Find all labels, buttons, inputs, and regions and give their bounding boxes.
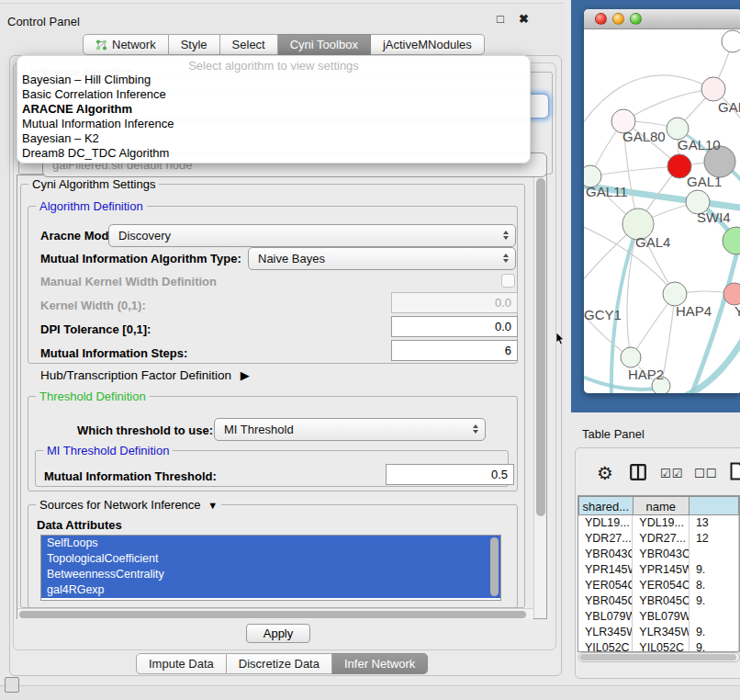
table-cell: [690, 609, 739, 625]
mi-steps-label: Mutual Information Steps:: [40, 346, 187, 360]
table-cell: 9.: [690, 562, 739, 578]
column-header-name[interactable]: name: [633, 496, 690, 515]
table-row[interactable]: YBL079WYBL079W: [578, 609, 739, 625]
minimize-traffic-light-icon[interactable]: [612, 13, 624, 25]
table-cell: YPR145W: [633, 562, 690, 578]
sources-group-title: Sources for Network Inference ▼: [36, 498, 221, 512]
dpi-tolerance-input[interactable]: [391, 316, 518, 337]
table-row[interactable]: YDL19...YDL19...13: [578, 515, 739, 531]
network-node[interactable]: [723, 227, 740, 254]
network-node[interactable]: [722, 30, 740, 52]
algorithm-option-aracne-algorithm[interactable]: ARACNE Algorithm: [17, 102, 530, 117]
kernel-width-input[interactable]: [391, 292, 518, 313]
attribute-item-topologicalcoefficient[interactable]: TopologicalCoefficient: [41, 551, 500, 567]
tab-style[interactable]: Style: [169, 34, 220, 55]
node-label: GAL10: [678, 137, 721, 152]
column-header-2[interactable]: [690, 496, 739, 515]
table-cell: YDL19...: [633, 515, 690, 531]
mi-threshold-label: Mutual Information Threshold:: [44, 469, 217, 483]
mi-steps-input[interactable]: [391, 340, 518, 361]
table-cell: YLR345W: [633, 625, 690, 640]
algorithm-popup-list: Bayesian – Hill ClimbingBasic Correlatio…: [17, 73, 530, 161]
network-node-gal[interactable]: [701, 77, 725, 101]
threshold-definition-title: Threshold Definition: [36, 390, 150, 403]
mi-threshold-input[interactable]: [386, 464, 514, 485]
split-columns-icon[interactable]: [630, 464, 646, 480]
table-cell: YER054C: [633, 578, 690, 593]
algorithm-option-basic-correlation-inference[interactable]: Basic Correlation Inference: [17, 87, 530, 102]
node-label: GAL80: [622, 129, 666, 144]
table-cell: YDR27...: [578, 531, 633, 547]
network-window-titlebar[interactable]: [584, 9, 740, 29]
select-all-columns-icon[interactable]: ☑☑: [660, 467, 683, 480]
table-horizontal-scrollbar[interactable]: [578, 652, 740, 662]
tab-impute-data[interactable]: Impute Data: [136, 653, 227, 674]
table-cell: YBR045C: [578, 593, 633, 609]
tab-label: Select: [232, 38, 265, 51]
tab-label: Impute Data: [149, 657, 214, 671]
manual-kernel-width-checkbox[interactable]: [501, 274, 515, 288]
which-threshold-combo[interactable]: MI Threshold: [214, 418, 486, 441]
hub-definition-expander[interactable]: Hub/Transcription Factor Definition ▶: [40, 368, 250, 382]
attributes-list-scrollbar[interactable]: [490, 537, 499, 596]
data-attributes-list[interactable]: SelfLoopsTopologicalCoefficientBetweenne…: [40, 535, 501, 601]
table-row[interactable]: YIL052CYIL052C9.: [578, 640, 739, 652]
network-canvas[interactable]: GALGAL80GAL10GAL1GAL11SWI4GAL4GCY1HAP4YH…: [584, 29, 740, 393]
table-row[interactable]: YBR043CYBR043C: [578, 547, 739, 562]
export-table-icon[interactable]: [730, 462, 740, 480]
settings-vertical-scrollbar-thumb[interactable]: [536, 178, 545, 516]
tab-network[interactable]: Network: [83, 34, 169, 55]
tab-cyni-toolbox[interactable]: Cyni Toolbox: [278, 34, 371, 55]
table-panel-title: Table Panel: [582, 427, 645, 441]
network-node-hap2[interactable]: [621, 347, 641, 367]
apply-button[interactable]: Apply: [246, 624, 310, 643]
tab-infer-network[interactable]: Infer Network: [332, 653, 428, 674]
deselect-all-columns-icon[interactable]: ☐☐: [694, 467, 717, 480]
combo-stepper-icon: [503, 231, 509, 240]
attribute-item-betweennesscentrality[interactable]: BetweennessCentrality: [41, 567, 500, 582]
algorithm-option-bayesian-hill-climbing[interactable]: Bayesian – Hill Climbing: [17, 73, 530, 87]
table-cell: YLR345W: [578, 625, 633, 640]
network-window: GALGAL80GAL10GAL1GAL11SWI4GAL4GCY1HAP4YH…: [584, 9, 740, 393]
expand-down-icon[interactable]: ▼: [204, 500, 218, 511]
table-row[interactable]: YPR145WYPR145W9.: [578, 562, 739, 578]
minimized-panel-icon[interactable]: [5, 677, 19, 693]
which-threshold-label: Which threshold to use:: [77, 423, 213, 437]
network-edge: [683, 322, 740, 393]
table-cell: YIL052C: [633, 640, 690, 652]
table-row[interactable]: YER054CYER054C8.: [578, 578, 739, 593]
table-row[interactable]: YDR27...YDR27...12: [578, 531, 739, 547]
mi-algorithm-type-combo[interactable]: Naive Bayes: [248, 247, 516, 270]
settings-horizontal-scrollbar-thumb[interactable]: [19, 611, 526, 618]
tab-jactivemnodules[interactable]: jActiveMNodules: [371, 34, 485, 55]
table-cell: YDL19...: [578, 515, 633, 531]
settings-vertical-scrollbar[interactable]: [533, 175, 546, 618]
algorithm-option-dream8-dc-tdc-algorithm[interactable]: Dream8 DC_TDC Algorithm: [17, 146, 530, 161]
table-cell: YBR043C: [578, 547, 633, 562]
table-cell: 13: [690, 515, 739, 531]
close-traffic-light-icon[interactable]: [595, 13, 607, 25]
tab-select[interactable]: Select: [220, 34, 278, 55]
float-window-icon[interactable]: □: [497, 12, 504, 26]
attribute-item-selfloops[interactable]: SelfLoops: [41, 536, 500, 551]
node-label: SWI4: [697, 209, 731, 225]
aracne-mode-combo[interactable]: Discovery: [108, 224, 516, 247]
table-cell: YBR043C: [633, 547, 690, 562]
attribute-item-gal4rgexp[interactable]: gal4RGexp: [41, 582, 500, 598]
gear-icon[interactable]: ⚙: [597, 462, 613, 484]
algorithm-option-bayesian-k2[interactable]: Bayesian – K2: [17, 131, 530, 146]
table-cell: 8.: [690, 578, 739, 593]
zoom-traffic-light-icon[interactable]: [630, 13, 642, 25]
column-header-shared[interactable]: shared...: [578, 496, 633, 515]
tab-label: Infer Network: [344, 657, 415, 671]
table-cell: YBL079W: [633, 609, 690, 625]
table-row[interactable]: YLR345WYLR345W9.: [578, 625, 739, 640]
table-row[interactable]: YBR045CYBR045C9.: [578, 593, 739, 609]
dpi-tolerance-label: DPI Tolerance [0,1]:: [40, 322, 151, 336]
algorithm-option-mutual-information-inference[interactable]: Mutual Information Inference: [17, 117, 530, 131]
settings-horizontal-scrollbar[interactable]: [17, 608, 533, 619]
tab-discretize-data[interactable]: Discretize Data: [227, 653, 332, 674]
table-horizontal-scrollbar-thumb[interactable]: [580, 654, 736, 660]
close-window-icon[interactable]: ✖: [519, 12, 529, 26]
cyni-algorithm-settings-title: Cyni Algorithm Settings: [28, 177, 159, 191]
